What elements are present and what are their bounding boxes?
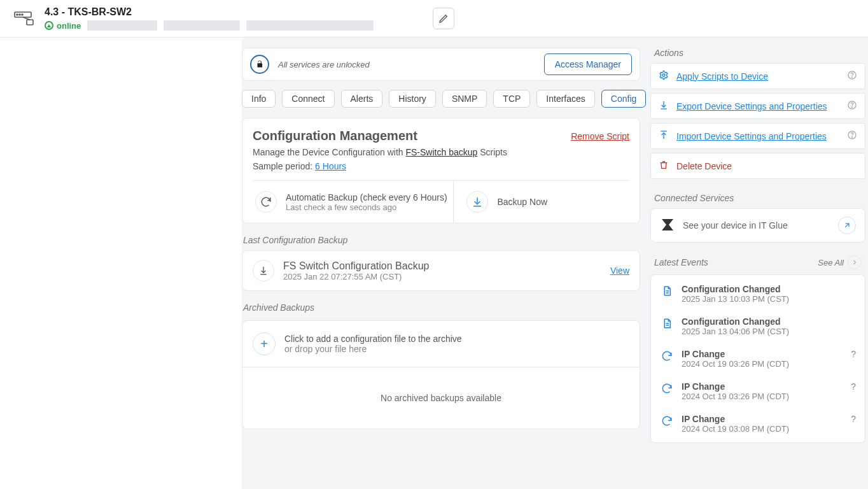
tab-interfaces[interactable]: Interfaces [536,90,594,108]
dropzone-line1: Click to add a configuration file to the… [284,334,462,344]
tab-tcp[interactable]: TCP [493,90,530,108]
svg-point-2 [19,14,20,15]
question-icon[interactable]: ? [851,349,856,359]
action-label: Import Device Settings and Properties [676,131,827,141]
archive-dropzone[interactable]: + Click to add a configuration file to t… [242,320,640,367]
tab-info[interactable]: Info [242,90,276,108]
redacted-field [246,20,374,31]
svg-point-9 [851,107,852,108]
remove-script-link[interactable]: Remove Script [571,131,629,141]
action-label: Export Device Settings and Properties [676,101,827,111]
upload-icon [659,130,670,142]
config-title: Configuration Management [253,129,417,143]
auto-backup-title: Automatic Backup (check every 6 Hours) [286,192,447,202]
sync-icon [660,349,674,363]
left-gutter [0,38,242,489]
event-title: Configuration Changed [682,284,789,294]
event-time: 2025 Jan 13 10:03 PM (CST) [682,294,789,304]
access-manager-button[interactable]: Access Manager [544,53,632,75]
tab-history[interactable]: History [389,90,436,108]
unlock-text: All services are unlocked [278,60,370,69]
event-item[interactable]: IP Change2024 Oct 19 03:26 PM (CDT)? [651,343,865,375]
event-time: 2024 Oct 19 03:08 PM (CDT) [682,424,789,434]
sync-icon [660,381,674,395]
action-label: Apply Scripts to Device [676,71,768,82]
app-header: 4.3 - TKS-BR-SW2 online [0,0,868,38]
online-status-badge: online [45,21,81,31]
online-status-label: online [57,21,81,31]
backup-now-button[interactable]: Backup Now [453,181,629,223]
auto-backup-subtitle: Last check a few seconds ago [286,202,447,212]
pencil-icon [438,13,449,24]
help-icon[interactable] [847,100,857,112]
backup-now-label: Backup Now [497,197,547,207]
sample-period-value[interactable]: 6 Hours [315,161,346,171]
action-apply-scripts-to-device[interactable]: Apply Scripts to Device [650,63,865,89]
action-export-device-settings-and-properties[interactable]: Export Device Settings and Properties [650,93,865,119]
question-icon[interactable]: ? [851,414,856,424]
view-backup-link[interactable]: View [610,266,629,276]
archived-empty-state: No archived backups available [242,367,640,429]
svg-rect-4 [27,20,33,25]
last-backup-time: 2025 Jan 22 07:27:55 AM (CST) [283,272,429,281]
event-item[interactable]: IP Change2024 Oct 19 03:08 PM (CDT)? [651,408,865,440]
sync-icon [660,414,674,428]
document-icon [660,316,674,330]
sample-period-label: Sample period: [253,161,315,171]
action-import-device-settings-and-properties[interactable]: Import Device Settings and Properties [650,123,865,149]
services-unlock-bar: All services are unlocked Access Manager [242,48,640,81]
tab-bar: InfoConnectAlertsHistorySNMPTCPInterface… [242,90,640,108]
help-icon[interactable] [847,130,857,142]
svg-point-1 [17,14,18,15]
event-item[interactable]: IP Change2024 Oct 19 03:26 PM (CDT)? [651,375,865,408]
script-name-link[interactable]: FS-Switch backup [405,147,477,157]
sync-icon [255,191,277,213]
svg-point-3 [22,14,23,15]
action-label: Delete Device [676,161,732,171]
event-time: 2024 Oct 19 03:26 PM (CDT) [682,359,789,369]
backup-now-icon [466,191,488,213]
see-all-events-link[interactable]: See All [818,258,844,267]
tab-connect[interactable]: Connect [282,90,334,108]
itglue-link-card[interactable]: See your device in IT Glue [650,208,865,243]
configuration-management-card: Configuration Management Remove Script M… [242,118,640,223]
tab-alerts[interactable]: Alerts [341,90,383,108]
switch-device-icon [13,7,36,30]
device-title: 4.3 - TKS-BR-SW2 [45,6,374,18]
right-column: Actions Apply Scripts to DeviceExport De… [648,38,868,489]
event-title: IP Change [682,381,789,392]
event-time: 2024 Oct 19 03:26 PM (CDT) [682,392,789,401]
sample-period: Sample period: 6 Hours [253,161,629,171]
document-icon [660,284,674,298]
itglue-logo-icon [660,217,675,234]
event-item[interactable]: Configuration Changed2025 Jan 13 10:03 P… [651,278,865,310]
actions-heading: Actions [654,48,867,58]
unlock-icon [250,55,269,74]
event-title: IP Change [682,414,789,424]
actions-list: Apply Scripts to DeviceExport Device Set… [649,63,867,179]
svg-point-5 [662,74,665,76]
trash-icon [659,160,670,172]
gear-icon [659,70,670,82]
tab-snmp[interactable]: SNMP [442,90,487,108]
redacted-field [87,20,157,31]
tab-config[interactable]: Config [601,90,646,108]
events-heading: Latest Events [654,257,708,267]
download-icon[interactable] [253,260,274,281]
event-item[interactable]: Configuration Changed2025 Jan 13 04:06 P… [651,310,865,343]
arrow-up-right-icon [838,216,856,234]
automatic-backup-cell: Automatic Backup (check every 6 Hours) L… [253,181,453,223]
question-icon[interactable]: ? [851,381,856,392]
help-icon[interactable] [847,70,857,82]
config-subtitle-suffix: Scripts [477,147,507,157]
event-title: IP Change [682,349,789,359]
chevron-right-icon[interactable] [848,255,862,269]
last-backup-heading: Last Configuration Backup [243,235,640,245]
connected-services-heading: Connected Services [654,193,867,203]
event-time: 2025 Jan 13 04:06 PM (CST) [682,327,789,336]
main-column: All services are unlocked Access Manager… [242,38,648,489]
edit-device-button[interactable] [433,8,454,29]
config-subtitle: Manage the Device Configuration with FS-… [253,147,629,157]
plus-icon: + [253,332,276,355]
delete-device-button[interactable]: Delete Device [650,153,865,179]
